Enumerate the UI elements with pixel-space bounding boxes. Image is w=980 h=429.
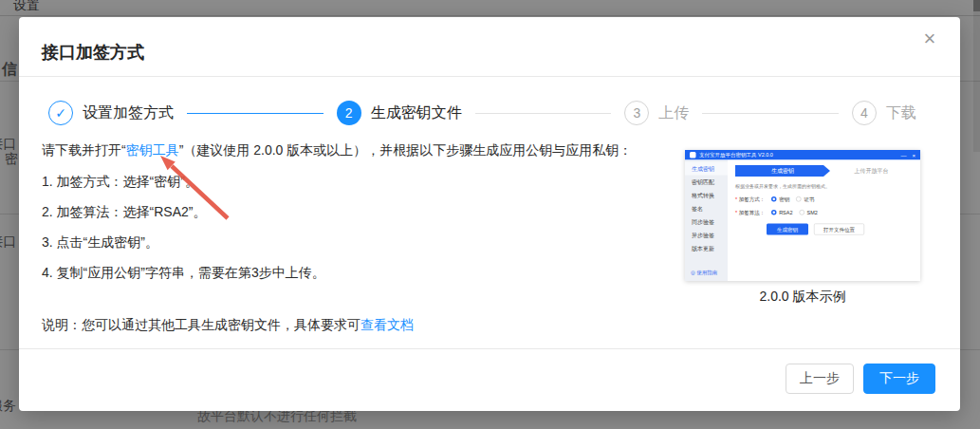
step-number-icon: 2 [337,101,361,125]
mini-tab-generate-key: 生成密钥 [735,165,830,177]
minimize-icon: — [900,152,906,158]
step-connector [187,113,324,114]
signing-method-dialog: 接口加签方式 × ✓ 设置加签方式 2 生成密钥文件 3 上传 4 下载 [19,17,960,411]
scrollbar-thumb[interactable] [973,0,980,11]
step-label: 生成密钥文件 [371,103,462,123]
step-generate-key-file: 2 生成密钥文件 [337,101,462,125]
mini-sidebar: 生成密钥 密钥匹配 格式转换 签名 同步验签 异步验签 版本更新 ◎ 使用指南 [685,160,728,282]
mini-sidebar-item-sync-verify: 同步验签 [685,215,728,229]
mini-sidebar-item-sign: 签名 [685,202,728,215]
prev-step-button[interactable]: 上一步 [786,364,854,394]
mini-generate-key-button: 生成密钥 [767,224,808,235]
stepper: ✓ 设置加签方式 2 生成密钥文件 3 上传 4 下载 [19,101,960,125]
example-caption: 2.0.0 版本示例 [685,289,920,306]
intro-prefix: 请下载并打开“ [42,142,126,158]
close-icon: × [912,152,915,158]
page-scrollbar[interactable] [973,0,980,152]
mini-open-file-location-button: 打开文件位置 [814,224,864,235]
guide-label: 使用指南 [696,270,717,275]
mini-sidebar-item-version-update: 版本更新 [685,242,728,255]
dialog-body: 请下载并打开“密钥工具”（建议使用 2.0.0 版本或以上），并根据以下步骤生成… [42,140,668,345]
intro-paragraph: 请下载并打开“密钥工具”（建议使用 2.0.0 版本或以上），并根据以下步骤生成… [42,140,668,159]
close-icon[interactable]: × [916,28,943,55]
mini-button-row: 生成密钥 打开文件位置 [767,224,913,235]
view-docs-link[interactable]: 查看文档 [361,317,414,332]
step-label: 下载 [886,103,916,123]
step-download: 4 下载 [852,101,916,125]
intro-suffix: ”（建议使用 2.0.0 版本或以上），并根据以下步骤生成应用公钥与应用私钥： [179,142,633,158]
step-connector [475,113,612,114]
step-number-icon: 4 [852,101,877,125]
radio-label: 密钥 [779,196,789,203]
field-label: 加签算法： [739,209,766,216]
mini-description: 根据业务或开发要求，生成所需的密钥格式。 [735,183,913,190]
radio-label: RSA2 [779,210,792,215]
mini-main-panel: 生成密钥 上传开放平台 根据业务或开发要求，生成所需的密钥格式。 * 加签方式：… [728,160,920,282]
note-prefix: 说明：您可以通过其他工具生成密钥文件，具体要求可 [42,317,361,332]
step-label: 设置加签方式 [83,103,174,123]
title-divider [19,76,960,77]
mini-sidebar-item-generate-key: 生成密钥 [685,162,728,176]
required-mark: * [735,210,737,215]
mini-window-title: 支付宝开放平台密钥工具 V2.0.0 [699,152,895,159]
mini-tab-upload-platform: 上传开放平台 [830,167,913,176]
radio-label: 证书 [804,196,814,203]
step-upload: 3 上传 [624,101,689,125]
note-paragraph: 说明：您可以通过其他工具生成密钥文件，具体要求可查看文档 [42,315,668,334]
mini-sidebar-item-async-verify: 异步验签 [685,229,728,242]
key-tool-example: 支付宝开放平台密钥工具 V2.0.0 — × 生成密钥 密钥匹配 格式转换 签名… [685,150,920,306]
step-connector [702,113,839,114]
radio-selected-icon [771,196,777,202]
instruction-step-2: 2. 加签算法：选择“RSA2”。 [42,202,668,221]
radio-label: SM2 [807,210,818,215]
mini-sidebar-item-format-convert: 格式转换 [685,189,728,202]
mini-tabbar: 生成密钥 上传开放平台 [735,165,913,177]
key-tool-link[interactable]: 密钥工具 [126,142,179,158]
step-set-signing-method: ✓ 设置加签方式 [48,101,174,125]
mini-window-titlebar: 支付宝开放平台密钥工具 V2.0.0 — × [685,150,920,160]
instruction-step-4: 4. 复制“应用公钥”字符串，需要在第3步中上传。 [42,263,668,282]
field-label: 加签方式： [739,196,766,203]
instruction-step-1: 1. 加签方式：选择“密钥”。 [42,172,668,191]
radio-selected-icon [771,210,777,215]
mini-usage-guide: ◎ 使用指南 [691,270,717,277]
instruction-step-3: 3. 点击“生成密钥”。 [42,233,668,252]
step-number-icon: 3 [624,101,649,125]
alipay-logo-icon [690,152,696,159]
mini-field-sign-algorithm: * 加签算法： RSA2 SM2 [735,209,913,216]
screen: 设置 信 接口 密 接口 服务 故平台默认不进行任何拦截 接口加签方式 × ✓ … [0,0,980,429]
dialog-title: 接口加签方式 [42,41,144,64]
check-circle-icon: ✓ [48,101,73,125]
radio-unselected-icon [800,210,805,215]
footer-divider [19,348,960,349]
radio-unselected-icon [796,196,802,202]
mini-sidebar-item-key-match: 密钥匹配 [685,176,728,189]
guide-icon: ◎ [691,270,695,275]
required-mark: * [735,196,737,202]
step-label: 上传 [658,103,689,123]
key-tool-window-image: 支付宝开放平台密钥工具 V2.0.0 — × 生成密钥 密钥匹配 格式转换 签名… [685,150,920,281]
next-step-button[interactable]: 下一步 [863,364,935,394]
mini-field-sign-method: * 加签方式： 密钥 证书 [735,196,913,203]
